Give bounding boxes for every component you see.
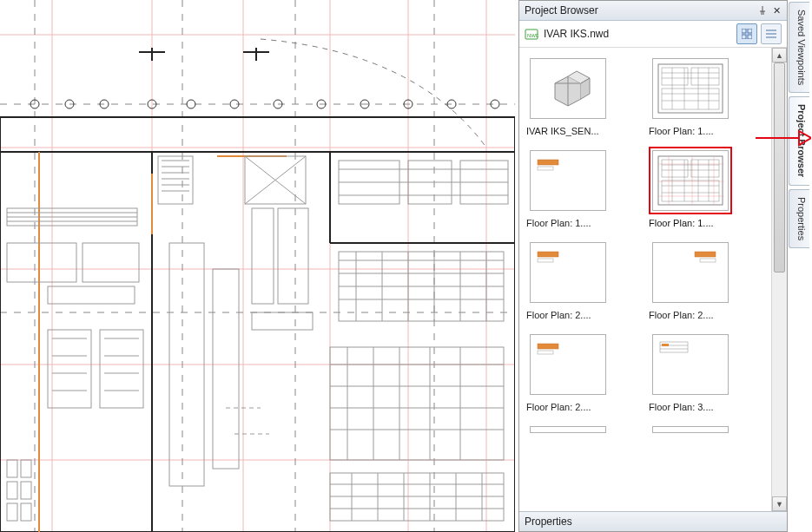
project-browser-panel: Project Browser ✕ NWD IVAR IKS.nwd [518, 0, 788, 532]
list-icon [766, 29, 776, 39]
svg-rect-149 [662, 160, 688, 177]
thumbnail-area: IVAR IKS_SEN...Floor Plan: 1....Floor Pl… [519, 48, 787, 511]
close-icon[interactable]: ✕ [769, 3, 783, 17]
thumbnail-item[interactable]: Floor Plan: 3.... [649, 331, 761, 412]
grid-icon [742, 29, 752, 39]
svg-rect-140 [538, 160, 558, 165]
panel-title: Project Browser [523, 4, 756, 16]
thumbnail-label: Floor Plan: 2.... [526, 310, 591, 320]
svg-rect-0 [0, 0, 515, 532]
thumbnail-item[interactable]: Floor Plan: 1.... [649, 55, 761, 136]
panel-titlebar[interactable]: Project Browser ✕ [519, 1, 787, 21]
thumbnail-preview [530, 58, 606, 119]
properties-title: Properties [525, 516, 572, 528]
svg-rect-166 [660, 342, 688, 352]
thumbnail-label: Floor Plan: 2.... [526, 402, 591, 412]
thumbnail-preview [530, 334, 606, 395]
svg-rect-123 [742, 35, 746, 39]
svg-rect-150 [691, 160, 719, 177]
thumbnail-item[interactable]: IVAR IKS_SEN... [526, 55, 638, 136]
scrollbar[interactable]: ▲ ▼ [771, 48, 787, 511]
scroll-thumb[interactable] [774, 62, 785, 273]
side-tabs: Saved ViewpointsProject BrowserPropertie… [789, 2, 809, 248]
thumbnail-preview [530, 426, 606, 433]
svg-rect-161 [538, 259, 553, 262]
scroll-down-button[interactable]: ▼ [772, 496, 787, 511]
floor-plan-drawing [0, 0, 515, 532]
main-viewport[interactable] [0, 0, 515, 532]
list-view-button[interactable] [761, 23, 782, 44]
svg-rect-121 [742, 29, 746, 33]
thumbnail-preview [652, 334, 729, 395]
svg-rect-165 [538, 351, 553, 354]
svg-rect-164 [538, 344, 558, 349]
file-row: NWD IVAR IKS.nwd [519, 21, 787, 48]
svg-rect-124 [748, 35, 752, 39]
scroll-track[interactable] [772, 62, 787, 496]
svg-rect-162 [695, 252, 716, 257]
thumbnail-preview [530, 242, 606, 303]
svg-text:NWD: NWD [527, 33, 538, 38]
svg-rect-122 [748, 29, 752, 33]
side-tab[interactable]: Project Browser [789, 96, 809, 185]
properties-panel-header[interactable]: Properties [519, 511, 787, 531]
svg-rect-169 [662, 344, 669, 346]
svg-rect-131 [662, 89, 719, 109]
svg-rect-130 [691, 68, 719, 85]
thumbnail-label: Floor Plan: 1.... [649, 126, 714, 136]
side-tab[interactable]: Properties [789, 189, 809, 248]
thumbnail-label: IVAR IKS_SEN... [526, 126, 599, 136]
svg-rect-160 [538, 252, 558, 257]
thumbnail-label: Floor Plan: 1.... [649, 218, 714, 228]
file-name: IVAR IKS.nwd [544, 28, 731, 40]
svg-rect-129 [662, 68, 688, 85]
thumbnail-preview [652, 426, 729, 433]
svg-rect-151 [662, 181, 719, 201]
thumbnails-view-button[interactable] [736, 23, 757, 44]
thumbnail-preview [652, 58, 729, 119]
thumbnail-preview [652, 150, 729, 211]
thumbnail-preview [530, 150, 606, 211]
pin-icon[interactable] [756, 3, 769, 17]
side-tab[interactable]: Saved Viewpoints [789, 2, 809, 93]
thumbnail-label: Floor Plan: 2.... [649, 310, 714, 320]
thumbnail-item[interactable] [526, 423, 638, 437]
thumbnail-item[interactable]: Floor Plan: 2.... [526, 331, 638, 412]
svg-rect-163 [700, 259, 716, 262]
view-mode-toggle [736, 23, 782, 44]
thumbnail-label: Floor Plan: 3.... [649, 402, 714, 412]
nwd-file-icon: NWD [525, 27, 538, 41]
scroll-up-button[interactable]: ▲ [772, 48, 787, 62]
thumbnail-item[interactable]: Floor Plan: 1.... [526, 147, 638, 228]
thumbnail-item[interactable]: Floor Plan: 1.... [649, 147, 761, 228]
thumbnail-label: Floor Plan: 1.... [526, 218, 591, 228]
thumbnail-item[interactable]: Floor Plan: 2.... [649, 239, 761, 320]
svg-rect-141 [538, 167, 553, 170]
thumbnails-scroll-region[interactable]: IVAR IKS_SEN...Floor Plan: 1....Floor Pl… [519, 48, 787, 511]
thumbnail-item[interactable]: Floor Plan: 2.... [526, 239, 638, 320]
thumbnail-preview [652, 242, 729, 303]
thumbnail-item[interactable] [649, 423, 761, 437]
